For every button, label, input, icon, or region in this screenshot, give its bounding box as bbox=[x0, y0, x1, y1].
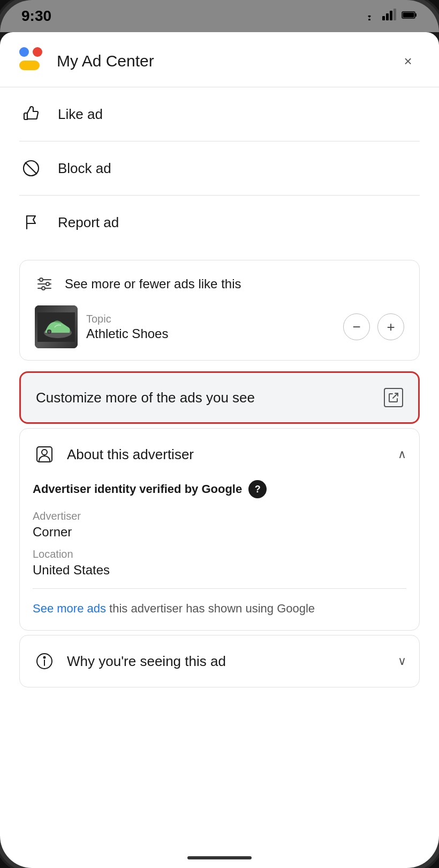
topic-controls: − + bbox=[343, 313, 404, 340]
customize-more-inner: Customize more of the ads you see bbox=[21, 373, 418, 422]
svg-rect-3 bbox=[390, 11, 392, 20]
increase-button[interactable]: + bbox=[377, 313, 404, 340]
about-title: About this advertiser bbox=[67, 446, 387, 463]
wifi-icon bbox=[362, 9, 377, 24]
customize-more-section[interactable]: Customize more of the ads you see bbox=[19, 371, 420, 424]
svg-rect-7 bbox=[403, 13, 414, 18]
header-title: My Ad Center bbox=[57, 52, 387, 70]
svg-point-13 bbox=[40, 278, 43, 281]
location-group: Location United States bbox=[33, 548, 406, 578]
advertiser-group: Advertiser Corner bbox=[33, 510, 406, 540]
like-ad-label: Like ad bbox=[58, 106, 103, 123]
svg-point-21 bbox=[42, 450, 47, 455]
decrease-button[interactable]: − bbox=[343, 313, 370, 340]
location-label: Location bbox=[33, 548, 406, 560]
customize-more-text: Customize more of the ads you see bbox=[36, 390, 255, 406]
svg-point-19 bbox=[48, 330, 51, 333]
customize-title: See more or fewer ads like this bbox=[65, 276, 241, 291]
svg-rect-4 bbox=[393, 9, 396, 20]
status-time: 9:30 bbox=[21, 8, 51, 25]
google-logo bbox=[19, 47, 47, 75]
svg-rect-2 bbox=[386, 13, 389, 20]
why-header[interactable]: Why you're seeing this ad ∨ bbox=[20, 635, 419, 687]
svg-line-9 bbox=[25, 162, 37, 174]
report-ad-item[interactable]: Report ad bbox=[0, 196, 439, 249]
thumbs-up-icon bbox=[19, 102, 43, 126]
verified-text: Advertiser identity verified by Google bbox=[33, 482, 242, 496]
customize-header: See more or fewer ads like this bbox=[33, 272, 406, 296]
see-more-container: See more ads this advertiser has shown u… bbox=[33, 600, 406, 617]
sliders-icon bbox=[33, 272, 56, 296]
block-icon bbox=[19, 156, 43, 180]
info-icon bbox=[33, 649, 56, 673]
phone-frame: 9:30 bbox=[0, 0, 439, 868]
shoe-image bbox=[35, 305, 78, 348]
person-icon bbox=[33, 443, 56, 466]
about-body: Advertiser identity verified by Google ?… bbox=[20, 480, 419, 630]
battery-icon bbox=[402, 9, 418, 23]
flag-icon bbox=[19, 211, 43, 234]
svg-point-24 bbox=[44, 657, 46, 659]
header: My Ad Center × bbox=[0, 32, 439, 87]
logo-dot-red bbox=[33, 47, 42, 57]
status-icons bbox=[362, 9, 418, 24]
svg-rect-6 bbox=[415, 13, 417, 17]
verified-row: Advertiser identity verified by Google ? bbox=[33, 480, 406, 498]
svg-point-14 bbox=[46, 282, 49, 286]
like-ad-item[interactable]: Like ad bbox=[0, 87, 439, 141]
topic-value: Athletic Shoes bbox=[86, 326, 335, 341]
topic-label: Topic bbox=[86, 313, 335, 325]
about-header[interactable]: About this advertiser ∧ bbox=[20, 429, 419, 480]
close-button[interactable]: × bbox=[396, 49, 420, 73]
about-section: About this advertiser ∧ Advertiser ident… bbox=[19, 428, 420, 631]
topic-row: Topic Athletic Shoes − + bbox=[33, 305, 406, 348]
why-section: Why you're seeing this ad ∨ bbox=[19, 635, 420, 687]
topic-thumbnail bbox=[35, 305, 78, 348]
advertiser-value: Corner bbox=[33, 525, 406, 540]
chevron-up-icon: ∧ bbox=[398, 447, 406, 461]
customize-section: See more or fewer ads like this bbox=[19, 260, 420, 361]
bottom-bar bbox=[187, 856, 252, 859]
svg-rect-1 bbox=[382, 16, 385, 20]
svg-point-15 bbox=[42, 287, 45, 290]
chevron-down-icon: ∨ bbox=[398, 654, 406, 668]
see-more-link[interactable]: See more ads bbox=[33, 602, 106, 615]
block-ad-item[interactable]: Block ad bbox=[0, 141, 439, 195]
why-title: Why you're seeing this ad bbox=[67, 653, 387, 670]
help-icon[interactable]: ? bbox=[248, 480, 267, 498]
svg-point-0 bbox=[368, 19, 370, 20]
logo-dot-blue bbox=[19, 47, 29, 57]
see-more-suffix: this advertiser has shown using Google bbox=[106, 602, 315, 615]
logo-dot-yellow bbox=[19, 61, 40, 70]
status-bar: 9:30 bbox=[0, 0, 439, 32]
report-ad-label: Report ad bbox=[58, 214, 119, 231]
block-ad-label: Block ad bbox=[58, 160, 111, 177]
advertiser-label: Advertiser bbox=[33, 510, 406, 522]
sheet-container: My Ad Center × Like ad Block ad bbox=[0, 32, 439, 868]
location-value: United States bbox=[33, 563, 406, 578]
external-link-icon bbox=[384, 388, 403, 407]
signal-icon bbox=[382, 9, 396, 24]
see-more-divider bbox=[33, 588, 406, 589]
topic-info: Topic Athletic Shoes bbox=[86, 313, 335, 341]
